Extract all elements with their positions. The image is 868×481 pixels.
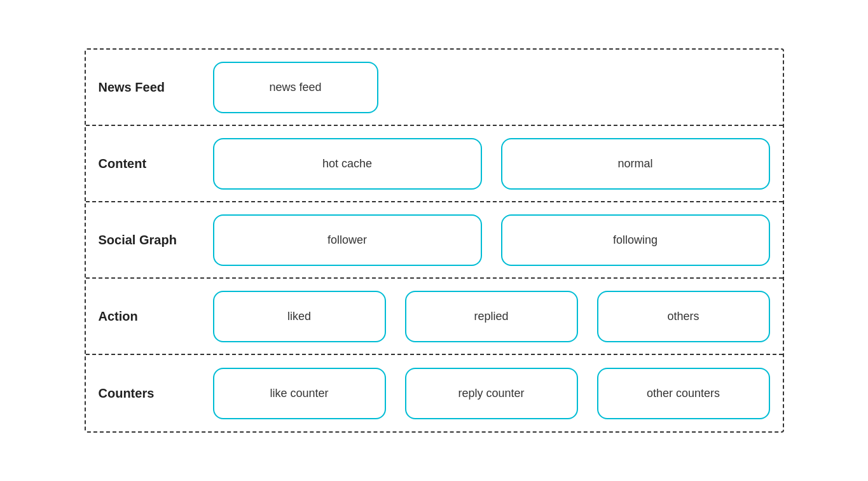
node-news-feed-0: news feed	[213, 62, 378, 113]
row-content: Contenthot cachenormal	[86, 126, 783, 202]
label-action: Action	[99, 309, 213, 324]
row-action: Actionlikedrepliedothers	[86, 279, 783, 355]
label-news-feed: News Feed	[99, 80, 213, 95]
row-counters: Counterslike counterreply counterother c…	[86, 355, 783, 431]
items-news-feed: news feed	[213, 62, 770, 113]
node-content-0: hot cache	[213, 138, 482, 190]
label-social-graph: Social Graph	[99, 233, 213, 247]
row-news-feed: News Feednews feed	[86, 50, 783, 126]
node-social-graph-0: follower	[213, 214, 482, 266]
label-counters: Counters	[99, 386, 213, 401]
node-action-1: replied	[405, 291, 578, 342]
items-social-graph: followerfollowing	[213, 214, 770, 266]
system-diagram: News Feednews feedContenthot cachenormal…	[85, 48, 784, 433]
items-action: likedrepliedothers	[213, 291, 770, 342]
row-social-graph: Social Graphfollowerfollowing	[86, 202, 783, 279]
node-counters-1: reply counter	[405, 368, 578, 419]
node-action-0: liked	[213, 291, 386, 342]
node-action-2: others	[597, 291, 770, 342]
node-counters-2: other counters	[597, 368, 770, 419]
items-content: hot cachenormal	[213, 138, 770, 190]
node-counters-0: like counter	[213, 368, 386, 419]
items-counters: like counterreply counterother counters	[213, 368, 770, 419]
node-social-graph-1: following	[501, 214, 770, 266]
label-content: Content	[99, 157, 213, 171]
node-content-1: normal	[501, 138, 770, 190]
